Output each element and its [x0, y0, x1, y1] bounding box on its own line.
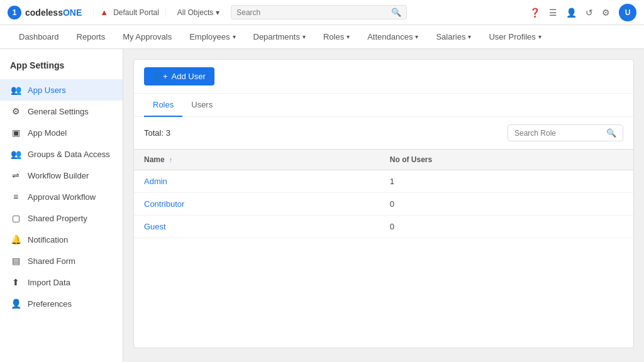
- general-settings-icon: ⚙: [10, 106, 21, 116]
- row-no-of-users: 1: [380, 170, 633, 193]
- table-row: Admin1: [134, 170, 633, 193]
- sidebar-item-label-approval-workflow: Approval Workflow: [28, 192, 96, 202]
- sidebar-item-label-notification: Notification: [28, 235, 68, 244]
- logo[interactable]: 1 codelessONE: [8, 6, 82, 19]
- logo-text: codelessONE: [25, 8, 82, 18]
- roles-table: Name ↑ No of Users Admin1Contributor0Gue…: [134, 149, 633, 238]
- tab-roles[interactable]: Roles: [144, 94, 182, 117]
- sidebar: App Settings 👥App Users⚙General Settings…: [0, 49, 123, 362]
- all-objects-label: All Objects: [177, 8, 213, 17]
- role-link[interactable]: Guest: [144, 222, 166, 231]
- content-area: 👤+ Add User RolesUsers Total: 3 🔍: [123, 49, 644, 362]
- logo-icon: 1: [8, 6, 21, 19]
- role-link[interactable]: Admin: [144, 177, 167, 186]
- search-role-input[interactable]: [514, 129, 602, 138]
- all-objects-chevron: ▾: [216, 8, 219, 17]
- shared-form-icon: ▤: [10, 256, 21, 266]
- approval-workflow-icon: ≡: [10, 192, 21, 202]
- search-icon: 🔍: [391, 8, 401, 17]
- notification-icon: 🔔: [10, 234, 21, 244]
- sort-icon[interactable]: ↑: [169, 156, 172, 163]
- portal-icon: ▲: [100, 8, 108, 17]
- search-input[interactable]: [236, 8, 387, 17]
- groups-data-access-icon: 👥: [10, 149, 21, 159]
- tab-users[interactable]: Users: [182, 94, 221, 117]
- sidebar-item-label-shared-property: Shared Property: [28, 214, 87, 223]
- app-model-icon: ▣: [10, 128, 21, 138]
- menu-icon[interactable]: ☰: [549, 8, 557, 18]
- avatar[interactable]: U: [619, 4, 636, 21]
- row-no-of-users: 0: [380, 216, 633, 238]
- sidebar-item-import-data[interactable]: ⬆Import Data: [0, 272, 123, 293]
- table-row: Contributor0: [134, 193, 633, 216]
- sidebar-item-approval-workflow[interactable]: ≡Approval Workflow: [0, 186, 123, 207]
- nav-item-departments[interactable]: Departments ▾: [245, 25, 314, 49]
- chevron-down-icon: ▾: [415, 33, 418, 40]
- chevron-down-icon: ▾: [468, 33, 471, 40]
- nav-item-my-approvals[interactable]: My Approvals: [114, 25, 180, 49]
- chevron-down-icon: ▾: [303, 33, 306, 40]
- col-name: Name ↑: [134, 150, 380, 170]
- portal-label: Default Portal: [113, 8, 159, 17]
- nav-item-employees[interactable]: Employees ▾: [180, 25, 244, 49]
- sidebar-item-workflow-builder[interactable]: ⇌Workflow Builder: [0, 165, 123, 186]
- sidebar-item-label-app-users: App Users: [28, 85, 66, 95]
- total-count: Total: 3: [144, 128, 170, 138]
- nav-item-reports[interactable]: Reports: [68, 25, 114, 49]
- chevron-down-icon: ▾: [538, 33, 541, 40]
- table-row: Guest0: [134, 216, 633, 238]
- history-icon[interactable]: ↺: [586, 8, 593, 18]
- sidebar-item-label-groups-data-access: Groups & Data Access: [28, 150, 110, 159]
- sidebar-item-label-general-settings: General Settings: [28, 107, 89, 116]
- nav-item-roles[interactable]: Roles ▾: [314, 25, 358, 49]
- nav-item-attendances[interactable]: Attendances ▾: [358, 25, 427, 49]
- sidebar-item-app-users[interactable]: 👥App Users: [0, 79, 123, 101]
- settings-icon[interactable]: ⚙: [602, 8, 610, 18]
- sidebar-item-groups-data-access[interactable]: 👥Groups & Data Access: [0, 143, 123, 165]
- sidebar-item-notification[interactable]: 🔔Notification: [0, 229, 123, 250]
- workflow-builder-icon: ⇌: [10, 170, 21, 180]
- add-user-button[interactable]: 👤+ Add User: [144, 67, 214, 85]
- nav-item-user-profiles[interactable]: User Profiles ▾: [480, 25, 550, 49]
- nav-icons: ❓ ☰ 👤 ↺ ⚙ U: [530, 4, 636, 21]
- row-name: Contributor: [134, 193, 380, 216]
- secondary-navbar: DashboardReportsMy ApprovalsEmployees ▾D…: [0, 25, 644, 49]
- portal-section[interactable]: ▲ Default Portal: [93, 8, 166, 17]
- row-name: Admin: [134, 170, 380, 193]
- sidebar-item-label-import-data: Import Data: [28, 278, 70, 287]
- table-header-row: Name ↑ No of Users: [134, 150, 633, 170]
- add-user-label: Add User: [172, 72, 206, 81]
- app-users-icon: 👥: [10, 85, 21, 95]
- chevron-down-icon: ▾: [347, 33, 350, 40]
- add-user-icon: 👤+: [153, 72, 168, 81]
- shared-property-icon: ▢: [10, 213, 21, 223]
- tabs-container: RolesUsers: [134, 94, 633, 117]
- row-name: Guest: [134, 216, 380, 238]
- sidebar-item-label-shared-form: Shared Form: [28, 256, 75, 266]
- content-card: 👤+ Add User RolesUsers Total: 3 🔍: [133, 59, 634, 348]
- sidebar-item-label-preferences: Preferences: [28, 299, 72, 309]
- toolbar: 👤+ Add User: [134, 60, 633, 94]
- table-header: Total: 3 🔍: [134, 117, 633, 149]
- row-no-of-users: 0: [380, 193, 633, 216]
- user-add-icon[interactable]: 👤: [566, 8, 577, 18]
- sidebar-item-shared-form[interactable]: ▤Shared Form: [0, 250, 123, 272]
- sidebar-title: App Settings: [0, 57, 123, 79]
- import-data-icon: ⬆: [10, 277, 21, 287]
- chevron-down-icon: ▾: [233, 33, 236, 40]
- sidebar-item-general-settings[interactable]: ⚙General Settings: [0, 101, 123, 122]
- search-role-icon: 🔍: [606, 128, 616, 138]
- top-navbar: 1 codelessONE ▲ Default Portal All Objec…: [0, 0, 644, 25]
- role-link[interactable]: Contributor: [144, 199, 184, 209]
- sidebar-item-app-model[interactable]: ▣App Model: [0, 122, 123, 143]
- col-no-of-users: No of Users: [380, 150, 633, 170]
- preferences-icon: 👤: [10, 299, 21, 309]
- sidebar-item-preferences[interactable]: 👤Preferences: [0, 293, 123, 314]
- search-role-box[interactable]: 🔍: [508, 124, 623, 141]
- global-search[interactable]: 🔍: [231, 5, 407, 19]
- nav-item-dashboard[interactable]: Dashboard: [10, 25, 68, 49]
- nav-item-salaries[interactable]: Salaries ▾: [427, 25, 480, 49]
- sidebar-item-shared-property[interactable]: ▢Shared Property: [0, 207, 123, 229]
- help-icon[interactable]: ❓: [530, 8, 540, 18]
- all-objects-selector[interactable]: All Objects ▾: [172, 8, 225, 17]
